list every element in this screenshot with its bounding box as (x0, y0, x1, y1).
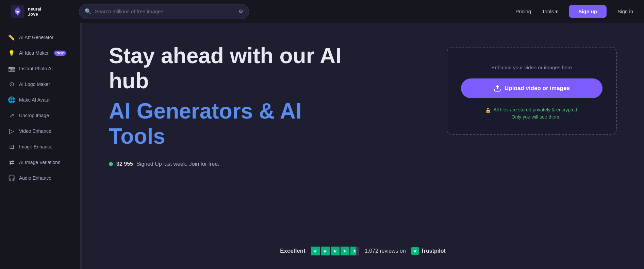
upload-icon (494, 85, 501, 92)
sidebar-item-ai-logo-maker[interactable]: ⊙ AI Logo Maker (0, 77, 81, 92)
logo-icon (11, 5, 24, 18)
hero-title-line1: Stay ahead with our AI (109, 43, 347, 69)
logo[interactable]: neural .love (11, 5, 65, 18)
sidebar-item-label: AI Art Generator (19, 35, 53, 40)
hero-text: Stay ahead with our AI hub AI Generators… (109, 43, 347, 167)
trustpilot-excellent: Excellent (280, 248, 306, 254)
new-badge: New (54, 51, 66, 56)
upload-button[interactable]: Upload video or images (461, 78, 602, 98)
filter-icon[interactable]: ⚙ (238, 8, 243, 15)
sidebar-item-image-enhance[interactable]: ⊡ Image Enhance (0, 139, 81, 154)
pencil-icon: ✏️ (8, 34, 15, 41)
camera-icon: 📷 (8, 65, 15, 72)
star-4: ★ (341, 247, 349, 255)
main-content: Stay ahead with our AI hub AI Generators… (82, 23, 644, 269)
pricing-link[interactable]: Pricing (515, 8, 531, 14)
sidebar-item-label: Audio Enhance (19, 175, 51, 181)
signup-button[interactable]: Sign up (569, 5, 607, 18)
trustpilot-logo: ★ Trustpilot (411, 247, 446, 255)
trustpilot-brand: Trustpilot (421, 248, 446, 254)
star-3: ★ (331, 247, 340, 255)
search-icon: 🔍 (85, 8, 92, 15)
logo-text: neural .love (28, 6, 41, 17)
sidebar-item-label: AI Logo Maker (19, 82, 50, 87)
reviews-count: 1,072 reviews on (365, 248, 406, 254)
sidebar-item-video-enhance[interactable]: ▷ Video Enhance (0, 124, 81, 139)
sidebar-item-label: Image Enhance (19, 144, 52, 149)
variations-icon: ⇄ (8, 159, 15, 166)
security-note: 🔒 All files are stored privately & encry… (485, 106, 579, 121)
upload-button-label: Upload video or images (505, 85, 570, 92)
security-text: All files are stored privately & encrypt… (494, 106, 579, 121)
sidebar-item-ai-idea-maker[interactable]: 💡 AI Idea Maker New (0, 46, 81, 60)
sidebar-item-make-ai-avatar[interactable]: 🌐 Make AI Avatar (0, 92, 81, 107)
trustpilot-star-icon: ★ (411, 247, 419, 255)
avatar-icon: 🌐 (8, 96, 15, 103)
lock-icon: 🔒 (485, 107, 491, 114)
sidebar-item-label: Video Enhance (19, 128, 51, 134)
hero-signups: 32 955 Signed Up last week. Join for fre… (109, 161, 347, 167)
sidebar-item-label: Make AI Avatar (19, 97, 51, 103)
hero-subtitle: AI Generators & AI Tools (109, 99, 347, 149)
video-icon: ▷ (8, 128, 15, 134)
signups-text: Signed Up last week. Join for free. (136, 161, 219, 167)
header-nav: Pricing Tools ▾ Sign up Sign in (515, 5, 633, 18)
star-5: ★ (350, 247, 359, 255)
bulb-icon: 💡 (8, 50, 15, 56)
online-indicator (109, 162, 113, 166)
sidebar-item-label: Instant Photo AI (19, 66, 53, 71)
hero-title-line2: hub (109, 69, 347, 94)
sidebar-item-audio-enhance[interactable]: 🎧 Audio Enhance (0, 171, 81, 185)
audio-icon: 🎧 (8, 175, 15, 181)
signin-button[interactable]: Sign in (617, 8, 633, 14)
tools-chevron-icon: ▾ (555, 8, 558, 15)
upload-hint: Enhance your video or images here (492, 65, 572, 70)
sidebar-item-label: AI Image Variations (19, 160, 60, 165)
search-bar[interactable]: 🔍 ⚙ (79, 4, 249, 19)
search-input[interactable] (95, 8, 235, 14)
image-enhance-icon: ⊡ (8, 143, 15, 150)
sidebar-item-label: AI Idea Maker (19, 50, 49, 56)
sidebar-item-uncrop-image[interactable]: ↗ Uncrop Image (0, 108, 81, 123)
signups-count: 32 955 (116, 161, 133, 167)
page-layout: ✏️ AI Art Generator 💡 AI Idea Maker New … (0, 23, 644, 269)
tools-link[interactable]: Tools ▾ (542, 8, 558, 15)
hero-section: Stay ahead with our AI hub AI Generators… (109, 43, 617, 240)
sidebar-item-label: Uncrop Image (19, 113, 49, 118)
star-2: ★ (321, 247, 330, 255)
logo-maker-icon: ⊙ (8, 81, 15, 88)
upload-box: Enhance your video or images here Upload… (447, 47, 617, 135)
uncrop-icon: ↗ (8, 112, 15, 119)
sidebar-item-ai-image-variations[interactable]: ⇄ AI Image Variations (0, 155, 81, 170)
sidebar-item-ai-art-generator[interactable]: ✏️ AI Art Generator (0, 30, 81, 45)
star-1: ★ (311, 247, 320, 255)
sidebar: ✏️ AI Art Generator 💡 AI Idea Maker New … (0, 23, 82, 269)
header: neural .love 🔍 ⚙ Pricing Tools ▾ Sign up… (0, 0, 644, 23)
trustpilot-bar: Excellent ★ ★ ★ ★ ★ 1,072 reviews on ★ T… (109, 240, 617, 255)
sidebar-item-instant-photo-ai[interactable]: 📷 Instant Photo AI (0, 61, 81, 76)
trustpilot-stars: ★ ★ ★ ★ ★ (311, 247, 359, 255)
